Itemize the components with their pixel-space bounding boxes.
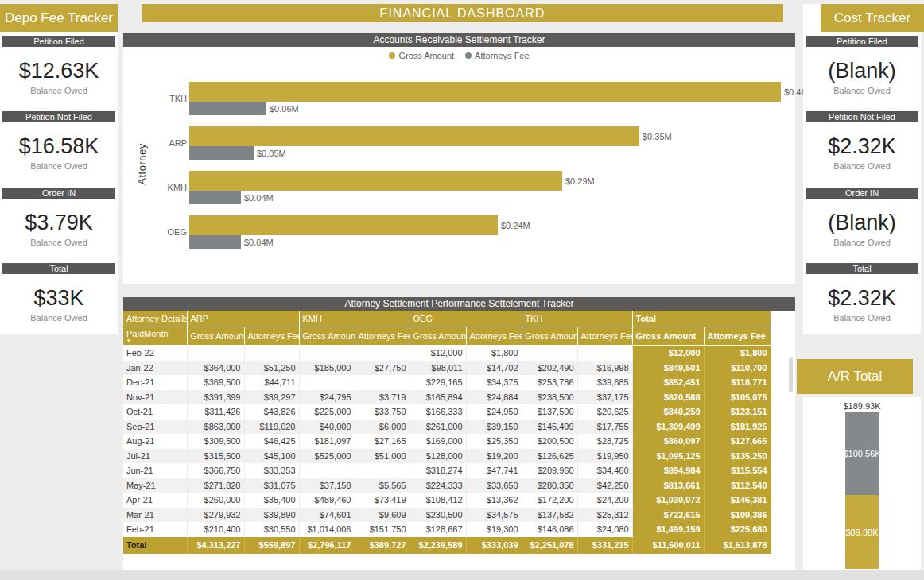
total-cell: $559,897: [244, 537, 299, 554]
depo-fee-sections: Petition Filed$12.63KBalance OwedPetitio…: [0, 32, 118, 334]
table-scrollbar[interactable]: [789, 357, 793, 392]
paidmonth-header[interactable]: PaidMonth▼: [123, 327, 187, 346]
table-cell: $863,000: [187, 420, 244, 435]
table-cell: $24,884: [466, 390, 522, 405]
gross-amount-bar-tkh[interactable]: [189, 82, 781, 102]
bar-value-label: $0.35M: [643, 132, 672, 141]
legend-item-gross-amount[interactable]: Gross Amount: [389, 51, 454, 60]
kpi-value: $12.63K: [19, 59, 99, 83]
corner-header[interactable]: Attorney Details: [123, 311, 187, 327]
total-attorneys-fee-header[interactable]: Attorneys Fee: [704, 327, 771, 346]
total-cell: $1,613,878: [704, 537, 771, 554]
sort-descending-icon[interactable]: ▼: [126, 339, 184, 343]
arp-attorneys-fee-header[interactable]: Attorneys Fee: [244, 327, 299, 346]
table-cell: $722,615: [632, 508, 704, 523]
table-row-apr-21[interactable]: Apr-21$260,000$35,400$489,460$73,419$108…: [123, 493, 771, 508]
group-header-tkh[interactable]: TKH: [522, 311, 632, 327]
month-cell: May-21: [123, 478, 187, 493]
total-cell: $2,239,589: [410, 537, 466, 554]
group-header-kmh[interactable]: KMH: [299, 311, 410, 327]
table-cell: $45,100: [244, 449, 299, 464]
attorneys-fee-bar-kmh[interactable]: [189, 191, 241, 204]
y-axis-label: Attorney: [136, 137, 148, 192]
month-cell: Jun-21: [123, 463, 187, 478]
table-cell: $126,625: [522, 449, 577, 464]
table-cell: $166,333: [410, 404, 466, 420]
table-row-jul-21[interactable]: Jul-21$315,500$45,100$525,000$51,000$128…: [123, 449, 771, 464]
table-cell: $128,667: [410, 522, 466, 537]
table-cell: $24,080: [577, 522, 632, 537]
table-cell: $200,500: [522, 434, 577, 449]
table-cell: $145,499: [522, 420, 577, 435]
table-cell: $525,000: [299, 449, 355, 464]
group-header-oeg[interactable]: OEG: [410, 311, 522, 327]
oeg-gross-amount-header[interactable]: Gross Amount: [410, 327, 466, 346]
table-cell: $840,259: [632, 404, 704, 420]
tkh-gross-amount-header[interactable]: Gross Amount: [522, 327, 577, 346]
table-cell: $169,000: [410, 434, 466, 449]
table-total-row[interactable]: Total$4,313,227$559,897$2,796,117$389,72…: [123, 537, 771, 554]
oeg-attorneys-fee-header[interactable]: Attorneys Fee: [466, 327, 522, 346]
attorneys-fee-bar-oeg[interactable]: [189, 235, 241, 249]
tkh-attorneys-fee-header[interactable]: Attorneys Fee: [577, 327, 632, 346]
ar-segment-89-38k[interactable]: $89.38K: [845, 495, 879, 569]
table-cell: $260,000: [187, 493, 244, 508]
kmh-attorneys-fee-header[interactable]: Attorneys Fee: [355, 327, 410, 346]
table-row-jan-22[interactable]: Jan-22$364,000$51,250$185,000$27,750$98,…: [123, 361, 771, 376]
table-row-aug-21[interactable]: Aug-21$309,500$46,425$181,097$27,165$169…: [123, 434, 771, 449]
table-cell: $181,097: [299, 434, 355, 449]
kpi-card-total: $33KBalance Owed: [0, 274, 118, 334]
table-cell: [299, 346, 355, 361]
arp-gross-amount-header[interactable]: Gross Amount: [187, 327, 244, 346]
table-cell: $146,086: [522, 522, 577, 537]
table-row-feb-22[interactable]: Feb-22$12,000$1,800$12,000$1,800: [123, 346, 771, 361]
ar-segment-100-56k[interactable]: $100.56K: [845, 412, 879, 495]
table-cell: $210,400: [187, 522, 244, 537]
bar-value-label: $0.24M: [501, 221, 530, 230]
table-row-feb-21[interactable]: Feb-21$210,400$30,550$1,014,006$151,750$…: [123, 522, 771, 537]
kpi-card-total: $2.32KBalance Owed: [803, 274, 921, 334]
table-cell: $813,661: [632, 478, 704, 493]
kmh-gross-amount-header[interactable]: Gross Amount: [299, 327, 355, 346]
month-cell: Feb-21: [123, 522, 187, 537]
legend-item-attorneys-fee[interactable]: Attorneys Fee: [465, 51, 529, 60]
table-cell: $73,419: [355, 493, 410, 508]
table-cell: [355, 375, 410, 390]
table-cell: $42,250: [577, 478, 632, 493]
table-row-sep-21[interactable]: Sep-21$863,000$119,020$40,000$6,000$261,…: [123, 420, 771, 435]
table-cell: $849,501: [632, 361, 704, 376]
table-cell: $33,750: [355, 404, 410, 420]
gross-amount-bar-oeg[interactable]: [189, 215, 498, 235]
section-header-order-in: Order IN: [806, 188, 918, 199]
attorneys-fee-bar-arp[interactable]: [189, 146, 254, 160]
table-cell: $39,150: [466, 420, 522, 435]
table-row-mar-21[interactable]: Mar-21$279,932$39,890$74,601$9,609$230,5…: [123, 508, 771, 523]
gross-amount-bar-arp[interactable]: [189, 126, 639, 146]
table-row-oct-21[interactable]: Oct-21$311,426$43,826$225,000$33,750$166…: [123, 404, 771, 420]
group-header-arp[interactable]: ARP: [187, 311, 299, 327]
table-cell: $3,719: [355, 390, 410, 405]
table-cell: $24,200: [577, 493, 632, 508]
legend-dot-icon: [389, 52, 395, 59]
gross-amount-bar-kmh[interactable]: [189, 171, 562, 191]
table-cell: [244, 346, 299, 361]
attorneys-fee-bar-tkh[interactable]: [189, 102, 266, 115]
table-cell: $25,350: [466, 434, 522, 449]
legend-label: Gross Amount: [398, 51, 454, 60]
table-row-nov-21[interactable]: Nov-21$391,399$39,297$24,795$3,719$165,8…: [123, 390, 771, 405]
group-header-total[interactable]: Total: [632, 311, 771, 327]
table-cell: $39,890: [244, 508, 299, 523]
kpi-caption: Balance Owed: [30, 161, 87, 171]
table-cell: $364,000: [187, 361, 244, 376]
table-row-may-21[interactable]: May-21$271,820$31,075$37,158$5,565$224,3…: [123, 478, 771, 493]
bar-rows: $0.24M$0.04M: [189, 215, 795, 249]
kpi-caption: Balance Owed: [833, 313, 891, 323]
table-cell: $128,000: [410, 449, 466, 464]
cost-tracker-panel: Cost Tracker Petition Filed(Blank)Balanc…: [803, 4, 921, 334]
total-gross-amount-header[interactable]: Gross Amount: [632, 327, 704, 346]
table-cell: $43,826: [244, 404, 299, 420]
table-row-jun-21[interactable]: Jun-21$366,750$33,353$318,274$47,741$209…: [123, 463, 771, 478]
table-row-dec-21[interactable]: Dec-21$369,500$44,711$229,165$34,375$253…: [123, 375, 771, 390]
kpi-caption: Balance Owed: [30, 238, 87, 247]
table-cell: $489,460: [299, 493, 355, 508]
